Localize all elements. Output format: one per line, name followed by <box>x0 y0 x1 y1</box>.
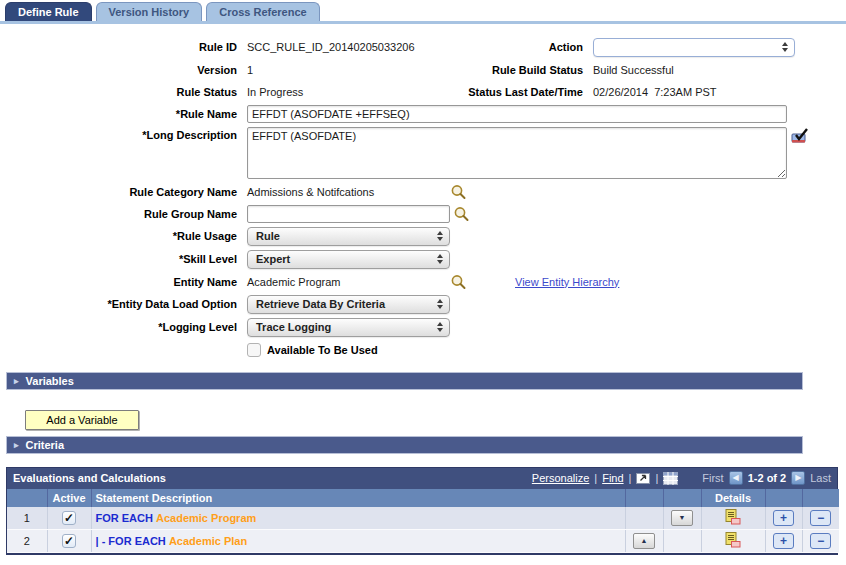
move-down-column-header <box>663 489 701 507</box>
grid-title-bar: Evaluations and Calculations Personalize… <box>7 468 837 489</box>
status-last-value: 02/26/2014 7:23AM PST <box>593 86 846 98</box>
next-rows-button[interactable]: ▶ <box>791 471 805 485</box>
entity-data-load-select[interactable]: Retrieve Data By Criteria <box>247 295 450 314</box>
rule-build-status-value: Build Successful <box>593 64 846 76</box>
tabstrip: Define Rule Version History Cross Refere… <box>0 0 846 21</box>
view-entity-hierarchy-link[interactable]: View Entity Hierarchy <box>515 276 619 288</box>
rule-group-input[interactable] <box>247 205 450 223</box>
details-icon[interactable] <box>725 509 741 525</box>
entity-data-load-value: Retrieve Data By Criteria <box>256 298 385 310</box>
row-number: 1 <box>7 507 47 530</box>
skill-level-label: *Skill Level <box>0 253 237 265</box>
view-all-popup-icon[interactable] <box>636 472 650 484</box>
version-label: Version <box>0 64 237 76</box>
entity-name-value: Academic Program <box>247 276 450 288</box>
rule-id-label: Rule ID <box>0 41 237 53</box>
define-rule-page: Define Rule Version History Cross Refere… <box>0 0 846 555</box>
tab-define-rule[interactable]: Define Rule <box>5 2 92 21</box>
variables-section-header[interactable]: ▸ Variables <box>6 372 803 390</box>
move-up-column-header <box>625 489 663 507</box>
active-checkbox[interactable]: ✓ <box>62 511 76 525</box>
row-range: 1-2 of 2 <box>748 472 787 484</box>
details-column-header: Details <box>701 489 765 507</box>
rule-usage-label: *Rule Usage <box>0 230 237 242</box>
delete-row-button[interactable]: − <box>810 510 831 526</box>
active-checkbox[interactable]: ✓ <box>62 534 76 548</box>
criteria-section-label: Criteria <box>26 439 65 451</box>
delete-row-column-header <box>802 489 839 507</box>
rule-name-label: *Rule Name <box>0 108 237 120</box>
statement-row: 1 ✓ FOR EACH Academic Program ▼ <box>7 507 839 530</box>
logging-level-label: *Logging Level <box>0 321 237 333</box>
details-icon[interactable] <box>725 532 741 548</box>
status-last-label: Status Last Date/Time <box>457 86 583 98</box>
rule-usage-select[interactable]: Rule <box>247 227 450 246</box>
action-label: Action <box>457 41 583 53</box>
select-updown-icon <box>782 42 788 52</box>
rule-usage-value: Rule <box>256 230 280 242</box>
variables-section-label: Variables <box>26 375 74 387</box>
move-down-button[interactable]: ▼ <box>671 510 693 526</box>
version-value: 1 <box>247 64 447 76</box>
rule-group-lookup-icon[interactable] <box>453 206 470 222</box>
rule-category-value: Admissions & Notifcations <box>247 186 450 198</box>
previous-rows-button[interactable]: ◀ <box>729 471 743 485</box>
first-label: First <box>702 472 723 484</box>
expand-triangle-icon: ▸ <box>14 440 19 450</box>
rule-category-lookup-icon[interactable] <box>450 184 467 200</box>
long-description-label: *Long Description <box>0 127 237 141</box>
skill-level-select[interactable]: Expert <box>247 250 450 269</box>
logging-level-value: Trace Logging <box>256 321 331 333</box>
long-description-textarea[interactable]: EFFDT (ASOFDATE) <box>247 127 787 179</box>
rule-group-label: Rule Group Name <box>0 208 237 220</box>
add-row-button[interactable]: + <box>773 510 794 526</box>
rule-name-input[interactable] <box>247 105 787 123</box>
statement-description: FOR EACH Academic Program <box>91 507 625 530</box>
available-checkbox-label: Available To Be Used <box>267 344 378 356</box>
entity-name-label: Entity Name <box>0 276 237 288</box>
add-row-column-header <box>765 489 802 507</box>
rule-status-value: In Progress <box>247 86 447 98</box>
action-select[interactable] <box>593 38 795 57</box>
statement-column-header: Statement Description <box>91 489 625 507</box>
row-number: 2 <box>7 529 47 552</box>
download-grid-icon[interactable] <box>663 472 678 485</box>
delete-row-button[interactable]: − <box>810 533 831 549</box>
skill-level-value: Expert <box>256 253 290 265</box>
active-column-header: Active <box>47 489 91 507</box>
criteria-section-header[interactable]: ▸ Criteria <box>6 436 803 454</box>
rule-status-label: Rule Status <box>0 86 237 98</box>
entity-name-lookup-icon[interactable] <box>450 274 467 290</box>
available-checkbox[interactable] <box>247 343 261 357</box>
add-row-button[interactable]: + <box>773 533 794 549</box>
select-updown-icon <box>437 322 443 332</box>
select-updown-icon <box>437 254 443 264</box>
spellcheck-icon[interactable] <box>791 127 811 145</box>
tab-version-history[interactable]: Version History <box>96 2 203 21</box>
rule-build-status-label: Rule Build Status <box>457 64 583 76</box>
select-updown-icon <box>437 231 443 241</box>
find-link[interactable]: Find <box>602 472 623 484</box>
row-number-column-header <box>7 489 47 507</box>
add-variable-button[interactable]: Add a Variable <box>25 410 139 430</box>
statement-description: | - FOR EACH Academic Plan <box>91 529 625 552</box>
logging-level-select[interactable]: Trace Logging <box>247 318 450 337</box>
tab-cross-reference[interactable]: Cross Reference <box>206 2 319 21</box>
personalize-link[interactable]: Personalize <box>532 472 589 484</box>
evaluations-grid: Evaluations and Calculations Personalize… <box>6 467 838 555</box>
expand-triangle-icon: ▸ <box>14 376 19 386</box>
statement-row: 2 ✓ | - FOR EACH Academic Plan ▲ <box>7 529 839 552</box>
rule-category-label: Rule Category Name <box>0 186 237 198</box>
rule-id-value: SCC_RULE_ID_20140205033206 <box>247 41 447 53</box>
select-updown-icon <box>437 299 443 309</box>
entity-data-load-label: *Entity Data Load Option <box>0 298 237 310</box>
move-up-button[interactable]: ▲ <box>633 533 655 549</box>
rule-form: Rule ID SCC_RULE_ID_20140205033206 Actio… <box>0 24 846 359</box>
grid-title: Evaluations and Calculations <box>13 472 166 484</box>
last-label: Last <box>810 472 831 484</box>
